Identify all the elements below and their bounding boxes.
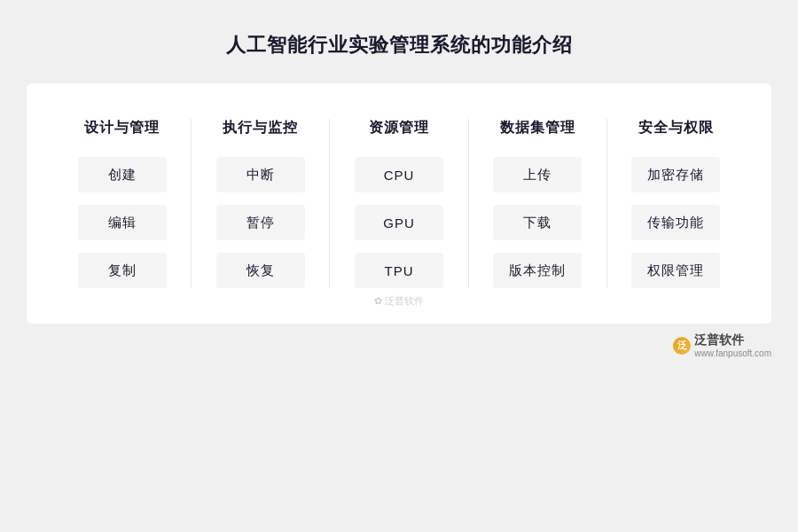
item-design-2[interactable]: 复制 <box>78 253 167 288</box>
item-execute-0[interactable]: 中断 <box>216 157 305 192</box>
item-dataset-2[interactable]: 版本控制 <box>493 253 582 288</box>
col-title-design: 设计与管理 <box>84 119 160 137</box>
column-security: 安全与权限加密存储传输功能权限管理 <box>606 119 745 288</box>
item-execute-1[interactable]: 暂停 <box>216 205 305 240</box>
footer-brand: 泛普软件 www.fanpusoft.com <box>694 332 771 358</box>
item-security-1[interactable]: 传输功能 <box>631 205 720 240</box>
footer-brand-url: www.fanpusoft.com <box>694 348 771 358</box>
page-footer-area: 泛 泛普软件 www.fanpusoft.com <box>27 332 771 358</box>
footer-icon: 泛 <box>673 337 691 355</box>
item-design-0[interactable]: 创建 <box>78 157 167 192</box>
item-dataset-1[interactable]: 下载 <box>493 205 582 240</box>
column-design: 设计与管理创建编辑复制 <box>53 119 191 288</box>
watermark: ✿ 泛普软件 <box>374 294 424 308</box>
col-title-resource: 资源管理 <box>369 119 429 137</box>
item-resource-1[interactable]: GPU <box>355 205 443 240</box>
item-resource-2[interactable]: TPU <box>355 253 443 288</box>
column-resource: 资源管理CPUGPUTPU <box>329 119 467 288</box>
item-security-0[interactable]: 加密存储 <box>631 157 720 192</box>
col-title-execute: 执行与监控 <box>223 119 298 137</box>
col-title-dataset: 数据集管理 <box>500 119 575 137</box>
item-security-2[interactable]: 权限管理 <box>631 253 720 288</box>
item-resource-0[interactable]: CPU <box>355 157 443 192</box>
column-dataset: 数据集管理上传下载版本控制 <box>468 119 606 288</box>
main-card: 设计与管理创建编辑复制执行与监控中断暂停恢复资源管理CPUGPUTPU数据集管理… <box>27 83 771 324</box>
column-execute: 执行与监控中断暂停恢复 <box>191 119 329 288</box>
col-title-security: 安全与权限 <box>638 119 714 137</box>
item-design-1[interactable]: 编辑 <box>78 205 167 240</box>
item-execute-2[interactable]: 恢复 <box>216 253 305 288</box>
page-title: 人工智能行业实验管理系统的功能介绍 <box>226 32 573 59</box>
footer-brand-name: 泛普软件 <box>694 332 744 348</box>
item-dataset-0[interactable]: 上传 <box>493 157 582 192</box>
